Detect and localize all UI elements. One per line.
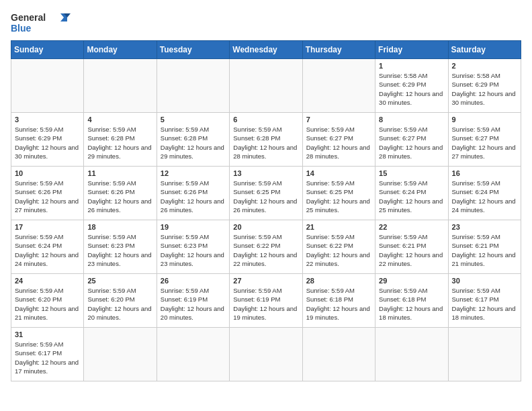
day-info: Sunrise: 5:59 AM Sunset: 6:24 PM Dayligh… — [15, 232, 80, 268]
day-info: Sunrise: 5:59 AM Sunset: 6:29 PM Dayligh… — [15, 125, 80, 161]
day-info: Sunrise: 5:59 AM Sunset: 6:19 PM Dayligh… — [233, 286, 298, 322]
calendar-cell: 22Sunrise: 5:59 AM Sunset: 6:21 PM Dayli… — [375, 220, 448, 274]
day-number: 17 — [15, 223, 80, 231]
day-info: Sunrise: 5:59 AM Sunset: 6:20 PM Dayligh… — [87, 286, 152, 322]
day-info: Sunrise: 5:59 AM Sunset: 6:22 PM Dayligh… — [306, 232, 371, 268]
calendar-cell: 21Sunrise: 5:59 AM Sunset: 6:22 PM Dayli… — [302, 220, 375, 274]
day-number: 10 — [15, 169, 80, 177]
week-row-5: 24Sunrise: 5:59 AM Sunset: 6:20 PM Dayli… — [11, 274, 521, 328]
day-number: 15 — [379, 169, 444, 177]
logo: General Blue — [11, 11, 71, 35]
day-info: Sunrise: 5:59 AM Sunset: 6:28 PM Dayligh… — [233, 125, 298, 161]
calendar-cell: 3Sunrise: 5:59 AM Sunset: 6:29 PM Daylig… — [11, 113, 84, 167]
day-number: 26 — [161, 277, 226, 285]
day-info: Sunrise: 5:59 AM Sunset: 6:26 PM Dayligh… — [87, 179, 152, 214]
weekday-header-wednesday: Wednesday — [230, 41, 302, 59]
day-number: 14 — [306, 169, 371, 177]
day-info: Sunrise: 5:59 AM Sunset: 6:23 PM Dayligh… — [87, 232, 152, 268]
day-info: Sunrise: 5:59 AM Sunset: 6:17 PM Dayligh… — [15, 340, 80, 375]
calendar-table: SundayMondayTuesdayWednesdayThursdayFrid… — [11, 40, 521, 381]
day-number: 2 — [452, 62, 517, 70]
day-number: 13 — [233, 169, 298, 177]
day-number: 19 — [161, 223, 226, 231]
day-number: 7 — [306, 116, 371, 124]
calendar-cell: 23Sunrise: 5:59 AM Sunset: 6:21 PM Dayli… — [448, 220, 521, 274]
day-number: 1 — [379, 62, 444, 70]
weekday-header-thursday: Thursday — [302, 41, 375, 59]
calendar-cell: 7Sunrise: 5:59 AM Sunset: 6:27 PM Daylig… — [302, 113, 375, 167]
day-number: 5 — [161, 116, 226, 124]
day-info: Sunrise: 5:59 AM Sunset: 6:27 PM Dayligh… — [379, 125, 444, 161]
day-info: Sunrise: 5:59 AM Sunset: 6:27 PM Dayligh… — [452, 125, 517, 161]
day-info: Sunrise: 5:59 AM Sunset: 6:21 PM Dayligh… — [379, 232, 444, 268]
week-row-4: 17Sunrise: 5:59 AM Sunset: 6:24 PM Dayli… — [11, 220, 521, 274]
week-row-3: 10Sunrise: 5:59 AM Sunset: 6:26 PM Dayli… — [11, 167, 521, 220]
day-info: Sunrise: 5:59 AM Sunset: 6:24 PM Dayligh… — [452, 179, 517, 214]
calendar-cell: 13Sunrise: 5:59 AM Sunset: 6:25 PM Dayli… — [230, 167, 302, 220]
day-number: 24 — [15, 277, 80, 285]
calendar-cell: 12Sunrise: 5:59 AM Sunset: 6:26 PM Dayli… — [157, 167, 229, 220]
day-number: 23 — [452, 223, 517, 231]
day-info: Sunrise: 5:59 AM Sunset: 6:26 PM Dayligh… — [161, 179, 226, 214]
calendar-cell — [11, 59, 84, 113]
day-info: Sunrise: 5:58 AM Sunset: 6:29 PM Dayligh… — [379, 71, 444, 107]
calendar-cell: 19Sunrise: 5:59 AM Sunset: 6:23 PM Dayli… — [157, 220, 229, 274]
calendar-cell: 11Sunrise: 5:59 AM Sunset: 6:26 PM Dayli… — [84, 167, 157, 220]
calendar-cell — [84, 59, 157, 113]
day-number: 3 — [15, 116, 80, 124]
day-info: Sunrise: 5:59 AM Sunset: 6:23 PM Dayligh… — [161, 232, 226, 268]
day-info: Sunrise: 5:58 AM Sunset: 6:29 PM Dayligh… — [452, 71, 517, 107]
weekday-header-sunday: Sunday — [11, 41, 84, 59]
calendar-cell: 26Sunrise: 5:59 AM Sunset: 6:19 PM Dayli… — [157, 274, 229, 328]
calendar-cell — [230, 328, 302, 381]
calendar-cell: 15Sunrise: 5:59 AM Sunset: 6:24 PM Dayli… — [375, 167, 448, 220]
day-info: Sunrise: 5:59 AM Sunset: 6:17 PM Dayligh… — [452, 286, 517, 322]
day-info: Sunrise: 5:59 AM Sunset: 6:24 PM Dayligh… — [379, 179, 444, 214]
day-number: 8 — [379, 116, 444, 124]
weekday-header-row: SundayMondayTuesdayWednesdayThursdayFrid… — [11, 41, 521, 59]
calendar-cell: 30Sunrise: 5:59 AM Sunset: 6:17 PM Dayli… — [448, 274, 521, 328]
calendar-cell: 10Sunrise: 5:59 AM Sunset: 6:26 PM Dayli… — [11, 167, 84, 220]
calendar-cell: 6Sunrise: 5:59 AM Sunset: 6:28 PM Daylig… — [230, 113, 302, 167]
day-number: 25 — [87, 277, 152, 285]
day-number: 12 — [161, 169, 226, 177]
calendar-cell: 27Sunrise: 5:59 AM Sunset: 6:19 PM Dayli… — [230, 274, 302, 328]
day-info: Sunrise: 5:59 AM Sunset: 6:28 PM Dayligh… — [161, 125, 226, 161]
calendar-cell: 29Sunrise: 5:59 AM Sunset: 6:18 PM Dayli… — [375, 274, 448, 328]
day-info: Sunrise: 5:59 AM Sunset: 6:19 PM Dayligh… — [161, 286, 226, 322]
day-info: Sunrise: 5:59 AM Sunset: 6:25 PM Dayligh… — [233, 179, 298, 214]
calendar-cell — [375, 328, 448, 381]
calendar-cell: 17Sunrise: 5:59 AM Sunset: 6:24 PM Dayli… — [11, 220, 84, 274]
calendar-cell: 8Sunrise: 5:59 AM Sunset: 6:27 PM Daylig… — [375, 113, 448, 167]
calendar-cell — [157, 59, 229, 113]
calendar-cell: 5Sunrise: 5:59 AM Sunset: 6:28 PM Daylig… — [157, 113, 229, 167]
calendar-cell: 14Sunrise: 5:59 AM Sunset: 6:25 PM Dayli… — [302, 167, 375, 220]
calendar-cell: 9Sunrise: 5:59 AM Sunset: 6:27 PM Daylig… — [448, 113, 521, 167]
day-number: 16 — [452, 169, 517, 177]
calendar-cell: 2Sunrise: 5:58 AM Sunset: 6:29 PM Daylig… — [448, 59, 521, 113]
weekday-header-friday: Friday — [375, 41, 448, 59]
calendar-cell: 24Sunrise: 5:59 AM Sunset: 6:20 PM Dayli… — [11, 274, 84, 328]
day-number: 9 — [452, 116, 517, 124]
calendar-cell — [448, 328, 521, 381]
calendar-cell: 1Sunrise: 5:58 AM Sunset: 6:29 PM Daylig… — [375, 59, 448, 113]
day-number: 6 — [233, 116, 298, 124]
day-number: 4 — [87, 116, 152, 124]
calendar-cell — [230, 59, 302, 113]
calendar-cell: 31Sunrise: 5:59 AM Sunset: 6:17 PM Dayli… — [11, 328, 84, 381]
day-info: Sunrise: 5:59 AM Sunset: 6:18 PM Dayligh… — [306, 286, 371, 322]
day-number: 20 — [233, 223, 298, 231]
day-number: 22 — [379, 223, 444, 231]
day-number: 29 — [379, 277, 444, 285]
day-number: 28 — [306, 277, 371, 285]
weekday-header-saturday: Saturday — [448, 41, 521, 59]
calendar-cell — [157, 328, 229, 381]
day-number: 30 — [452, 277, 517, 285]
day-info: Sunrise: 5:59 AM Sunset: 6:28 PM Dayligh… — [87, 125, 152, 161]
day-info: Sunrise: 5:59 AM Sunset: 6:20 PM Dayligh… — [15, 286, 80, 322]
week-row-1: 1Sunrise: 5:58 AM Sunset: 6:29 PM Daylig… — [11, 59, 521, 113]
day-number: 21 — [306, 223, 371, 231]
generalblue-logo-icon: General Blue — [11, 11, 71, 35]
calendar-cell: 20Sunrise: 5:59 AM Sunset: 6:22 PM Dayli… — [230, 220, 302, 274]
weekday-header-monday: Monday — [84, 41, 157, 59]
